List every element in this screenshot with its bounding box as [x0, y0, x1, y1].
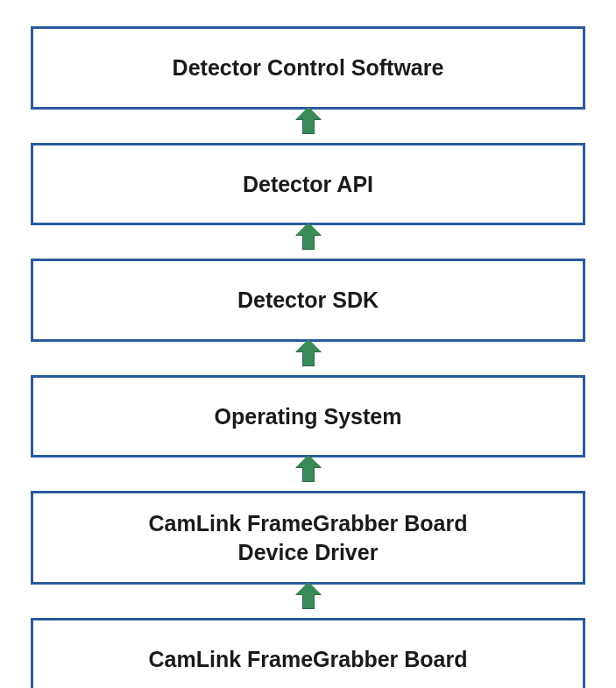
- layer-detector-sdk: Detector SDK: [31, 259, 585, 342]
- arrow-up-icon: [302, 586, 315, 616]
- layer-camlink-device-driver: CamLink FrameGrabber Board Device Driver: [31, 491, 585, 585]
- layer-operating-system: Operating System: [31, 375, 585, 458]
- layer-label: Detector Control Software: [173, 53, 444, 82]
- layer-label-line2: Device Driver: [238, 538, 379, 567]
- arrow-up-icon: [302, 227, 315, 257]
- layer-stack-diagram: Detector Control Software Detector API D…: [31, 26, 585, 688]
- layer-label: CamLink FrameGrabber Board: [149, 645, 468, 674]
- layer-label: Operating System: [215, 402, 402, 431]
- layer-label: Detector SDK: [237, 286, 379, 315]
- layer-label: Detector API: [243, 170, 373, 199]
- layer-label-line1: CamLink FrameGrabber Board: [149, 509, 468, 538]
- layer-detector-api: Detector API: [31, 143, 585, 226]
- arrow-up-icon: [302, 459, 315, 489]
- layer-camlink-framegrabber-board: CamLink FrameGrabber Board: [31, 618, 585, 688]
- arrow-up-icon: [302, 344, 315, 373]
- arrow-up-icon: [302, 111, 315, 141]
- layer-detector-control-software: Detector Control Software: [31, 26, 585, 110]
